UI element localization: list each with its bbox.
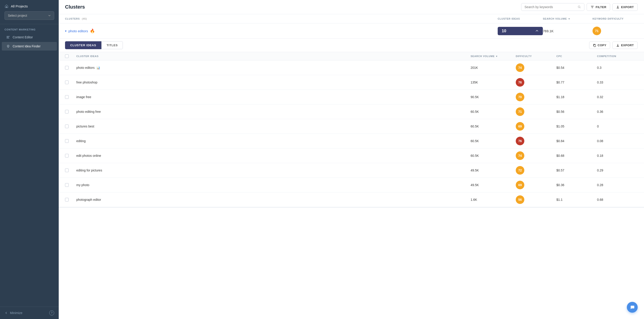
select-all-checkbox[interactable] <box>65 54 69 58</box>
volume-cell: 90.5K <box>470 95 516 99</box>
row-checkbox[interactable] <box>65 169 69 172</box>
minimize-button[interactable]: Minimize <box>4 311 22 315</box>
row-checkbox[interactable] <box>65 66 69 69</box>
difficulty-cell: 70 <box>516 93 556 101</box>
row-checkbox[interactable] <box>65 139 69 143</box>
arrow-left-icon <box>4 311 8 315</box>
sub-col-competition: COMPETITION <box>597 54 638 58</box>
export-button-header[interactable]: EXPORT <box>612 3 638 11</box>
col-header-volume[interactable]: SEARCH VOLUME ▼ <box>543 17 592 20</box>
export-icon-header <box>616 5 620 8</box>
cpc-cell: $0.54 <box>556 66 597 69</box>
copy-icon <box>593 44 596 47</box>
sub-table-toolbar: CLUSTER IDEAS TITLES COPY EXPORT <box>59 38 644 52</box>
difficulty-cell: 74 <box>516 151 556 160</box>
keyword-text: photo editors <box>76 66 94 69</box>
competition-cell: 0 <box>597 125 638 128</box>
main-header: Clusters FILTER EXPORT <box>59 0 644 14</box>
difficulty-badge: 74 <box>516 63 524 72</box>
volume-cell: 49.5K <box>470 183 516 187</box>
cpc-cell: $1.05 <box>556 125 597 128</box>
sub-col-checkbox <box>65 54 76 58</box>
svg-rect-6 <box>594 45 596 47</box>
sidebar-section-label: CONTENT MARKETING <box>0 24 59 33</box>
sub-table-header: CLUSTER IDEAS SEARCH VOLUME ▼ DIFFICULTY… <box>59 52 644 60</box>
cpc-cell: $0.57 <box>556 169 597 172</box>
keyword-cell: image free <box>76 95 470 99</box>
difficulty-badge: 69 <box>516 181 524 189</box>
row-checkbox[interactable] <box>65 183 69 187</box>
competition-cell: 0.68 <box>597 198 638 201</box>
difficulty-cell: 72 <box>516 166 556 175</box>
row-checkbox[interactable] <box>65 125 69 128</box>
chevron-down-icon <box>48 14 51 17</box>
competition-cell: 0.33 <box>597 80 638 84</box>
chat-bubble-button[interactable] <box>627 302 638 313</box>
difficulty-badge: 70 <box>516 93 524 101</box>
sidebar-item-content-editor[interactable]: Content Editor <box>2 33 57 41</box>
competition-cell: 0.32 <box>597 95 638 99</box>
table-row: pictures best 60.5K 69 $1.05 0 <box>59 119 644 134</box>
difficulty-cell: 69 <box>516 122 556 131</box>
tab-cluster-ideas[interactable]: CLUSTER IDEAS <box>65 41 102 49</box>
difficulty-badge: 71 <box>516 107 524 116</box>
col-header-clusters: CLUSTERS (45) <box>65 17 498 20</box>
row-checkbox[interactable] <box>65 198 69 201</box>
cluster-count-box[interactable]: 10 <box>498 27 543 35</box>
cpc-cell: $0.77 <box>556 80 597 84</box>
search-box[interactable] <box>521 3 584 11</box>
keyword-text: pictures best <box>76 125 94 128</box>
search-icon <box>578 5 581 9</box>
row-checkbox[interactable] <box>65 110 69 113</box>
cluster-name[interactable]: ▾ photo editors 🔥 <box>65 28 498 33</box>
toolbar-actions: COPY EXPORT <box>589 41 638 49</box>
sidebar-item-content-idea-finder[interactable]: Content Idea Finder <box>2 42 57 50</box>
export-button-sub[interactable]: EXPORT <box>612 41 638 49</box>
sub-col-ideas: CLUSTER IDEAS <box>76 54 470 58</box>
cpc-cell: $0.84 <box>556 139 597 143</box>
volume-cell: 1.6K <box>470 198 516 201</box>
help-button[interactable]: ? <box>49 311 54 316</box>
cluster-difficulty-badge: 71 <box>592 27 601 35</box>
volume-cell: 60.5K <box>470 154 516 157</box>
tab-titles[interactable]: TITLES <box>102 41 123 49</box>
sub-table-body: photo editors 📊 201K 74 $0.54 0.3 free p… <box>59 60 644 207</box>
row-checkbox-cell <box>65 80 76 84</box>
table-row: photo editing free 60.5K 71 $0.56 0.36 <box>59 104 644 119</box>
filter-button[interactable]: FILTER <box>587 3 610 11</box>
keyword-cell: pictures best <box>76 125 470 128</box>
tab-buttons: CLUSTER IDEAS TITLES <box>65 41 123 49</box>
table-container: CLUSTERS (45) CLUSTER IDEAS SEARCH VOLUM… <box>59 14 644 319</box>
cpc-cell: $0.68 <box>556 154 597 157</box>
copy-button[interactable]: COPY <box>589 41 610 49</box>
all-projects-link[interactable]: All Projects <box>4 4 54 8</box>
row-checkbox-cell <box>65 125 76 128</box>
table-row: free photoshop 135K 76 $0.77 0.33 <box>59 75 644 90</box>
difficulty-cell: 74 <box>516 63 556 72</box>
row-checkbox[interactable] <box>65 80 69 84</box>
competition-cell: 0.3 <box>597 66 638 69</box>
difficulty-cell: 56 <box>516 195 556 204</box>
search-input[interactable] <box>524 5 576 9</box>
competition-cell: 0.29 <box>597 169 638 172</box>
table-row: photograph editor 1.6K 56 $1.1 0.68 <box>59 192 644 207</box>
table-row: my photo 49.5K 69 $0.36 0.28 <box>59 178 644 192</box>
keyword-text: editing for pictures <box>76 169 102 172</box>
page-title: Clusters <box>65 4 85 10</box>
difficulty-cell: 76 <box>516 137 556 145</box>
row-checkbox[interactable] <box>65 95 69 99</box>
competition-cell: 0.28 <box>597 183 638 187</box>
row-checkbox-cell <box>65 154 76 157</box>
table-row: image free 90.5K 70 $1.18 0.32 <box>59 90 644 104</box>
row-checkbox[interactable] <box>65 154 69 157</box>
row-checkbox-cell <box>65 66 76 69</box>
svg-rect-3 <box>6 38 9 38</box>
header-actions: FILTER EXPORT <box>521 3 638 11</box>
sub-col-volume[interactable]: SEARCH VOLUME ▼ <box>470 54 516 58</box>
volume-cell: 60.5K <box>470 125 516 128</box>
table-row: editing 60.5K 76 $0.84 0.08 <box>59 134 644 148</box>
cluster-volume: 769.1K <box>543 29 592 33</box>
competition-cell: 0.08 <box>597 139 638 143</box>
sub-col-difficulty: DIFFICULTY <box>516 54 556 58</box>
project-select-dropdown[interactable]: Select project <box>4 11 54 20</box>
